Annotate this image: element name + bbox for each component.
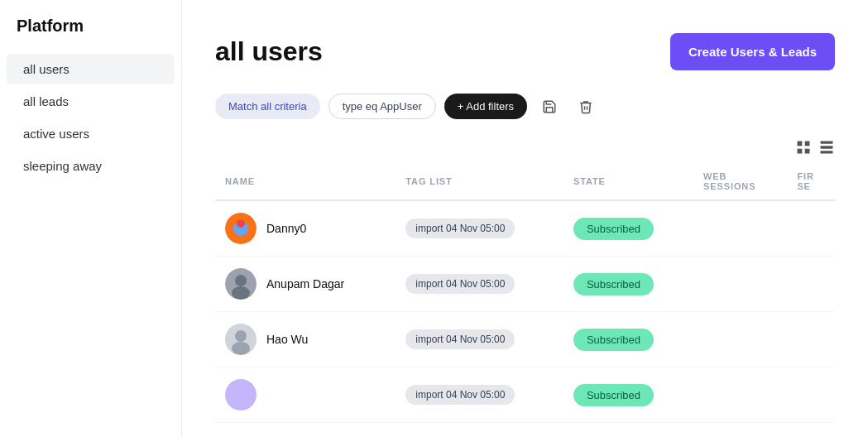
user-cell: Anupam Dagar — [225, 268, 386, 300]
user-name: Hao Wu — [266, 333, 308, 346]
save-filter-button[interactable] — [535, 94, 563, 119]
svg-rect-6 — [821, 151, 833, 153]
sidebar-item-active-users[interactable]: active users — [7, 118, 175, 149]
svg-rect-4 — [821, 142, 833, 144]
view-toggle — [215, 139, 835, 160]
user-name: Danny0 — [266, 222, 306, 235]
create-users-leads-button[interactable]: Create Users & Leads — [670, 33, 835, 70]
svg-rect-0 — [798, 142, 803, 146]
trash-icon — [578, 99, 593, 114]
svg-rect-3 — [805, 149, 810, 154]
state-chip: Subscribed — [573, 273, 654, 295]
table-row[interactable]: import 04 Nov 05:00 Subscribed — [215, 367, 835, 423]
first-seen-cell — [787, 257, 835, 312]
tag-chip: import 04 Nov 05:00 — [405, 218, 515, 238]
sidebar-item-sleeping-away[interactable]: sleeping away — [7, 151, 175, 181]
svg-rect-1 — [805, 142, 810, 146]
svg-point-16 — [225, 379, 257, 411]
svg-point-12 — [232, 286, 250, 300]
delete-filter-button[interactable] — [572, 94, 600, 119]
sidebar-item-all-users[interactable]: all users — [7, 54, 175, 84]
col-name: NAME — [215, 163, 396, 200]
avatar — [225, 324, 257, 355]
user-name: Anupam Dagar — [266, 277, 344, 291]
filters-row: Match all criteria type eq AppUser + Add… — [215, 94, 835, 119]
web-sessions-cell — [693, 312, 787, 367]
svg-point-15 — [232, 342, 250, 355]
svg-point-9 — [237, 219, 245, 228]
first-seen-cell — [787, 312, 835, 367]
svg-point-14 — [235, 330, 247, 342]
avatar — [225, 213, 257, 244]
sidebar-nav: all users all leads active users sleepin… — [0, 54, 181, 181]
col-web-sessions: WEBSESSIONS — [693, 163, 787, 200]
match-all-criteria-chip[interactable]: Match all criteria — [215, 94, 320, 119]
tag-chip: import 04 Nov 05:00 — [405, 274, 515, 294]
avatar — [225, 379, 257, 411]
user-cell — [225, 379, 386, 411]
page-title: all users — [215, 36, 323, 67]
user-cell: Danny0 — [225, 213, 386, 244]
web-sessions-cell — [693, 367, 787, 423]
save-icon — [542, 99, 557, 114]
add-filters-button[interactable]: + Add filters — [444, 94, 527, 119]
col-state: STATE — [563, 163, 693, 200]
state-chip: Subscribed — [573, 329, 654, 351]
web-sessions-cell — [693, 200, 787, 257]
sidebar-item-all-leads[interactable]: all leads — [7, 86, 175, 117]
tag-chip: import 04 Nov 05:00 — [405, 329, 515, 349]
col-tag-list: TAG LIST — [396, 163, 563, 200]
first-seen-cell — [787, 367, 835, 423]
users-table: NAME TAG LIST STATE WEBSESSIONS FIRSE Da… — [215, 163, 835, 423]
col-first-seen: FIRSE — [787, 163, 835, 200]
web-sessions-cell — [693, 257, 787, 312]
tag-chip: import 04 Nov 05:00 — [405, 385, 515, 405]
main-header: all users Create Users & Leads — [215, 33, 835, 70]
table-row[interactable]: Anupam Dagar import 04 Nov 05:00 Subscri… — [215, 257, 835, 312]
sidebar: Platform all users all leads active user… — [0, 0, 182, 437]
state-chip: Subscribed — [573, 218, 654, 240]
main-content: all users Create Users & Leads Match all… — [182, 0, 868, 437]
first-seen-cell — [787, 200, 835, 257]
state-chip: Subscribed — [573, 384, 654, 406]
user-cell: Hao Wu — [225, 324, 386, 355]
columns-view-icon[interactable] — [818, 139, 835, 160]
svg-rect-2 — [798, 149, 803, 154]
svg-rect-5 — [821, 146, 833, 148]
sidebar-title: Platform — [0, 17, 181, 52]
table-row[interactable]: Hao Wu import 04 Nov 05:00 Subscribed — [215, 312, 835, 367]
grid-view-icon[interactable] — [795, 139, 812, 160]
type-eq-appuser-chip[interactable]: type eq AppUser — [328, 94, 436, 119]
table-row[interactable]: Danny0 import 04 Nov 05:00 Subscribed — [215, 200, 835, 257]
avatar — [225, 268, 257, 300]
svg-point-11 — [235, 275, 247, 286]
